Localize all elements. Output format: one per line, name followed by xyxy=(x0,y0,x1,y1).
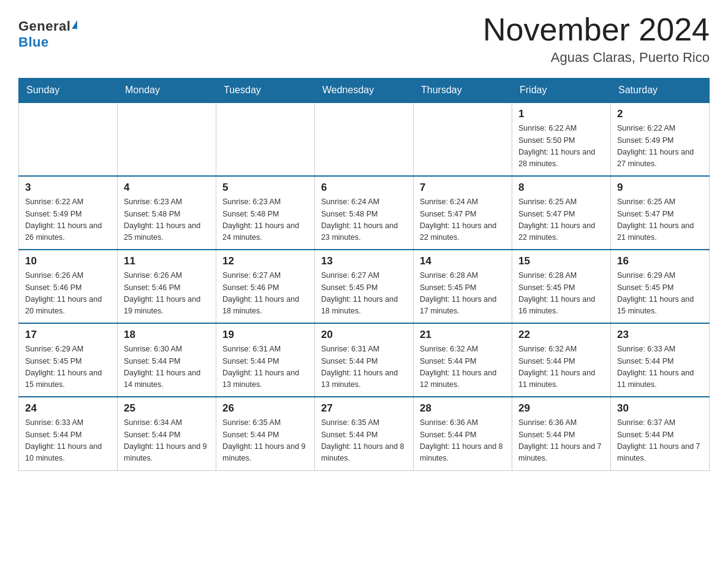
day-number: 11 xyxy=(124,255,210,267)
calendar-cell: 3Sunrise: 6:22 AMSunset: 5:49 PMDaylight… xyxy=(19,176,118,250)
day-info: Sunrise: 6:27 AMSunset: 5:46 PMDaylight:… xyxy=(222,270,308,318)
day-info: Sunrise: 6:26 AMSunset: 5:46 PMDaylight:… xyxy=(124,270,210,318)
day-number: 10 xyxy=(25,255,111,267)
calendar-table: SundayMondayTuesdayWednesdayThursdayFrid… xyxy=(18,78,710,471)
calendar-cell: 5Sunrise: 6:23 AMSunset: 5:48 PMDaylight… xyxy=(216,176,315,250)
day-info: Sunrise: 6:30 AMSunset: 5:44 PMDaylight:… xyxy=(124,343,210,391)
calendar-cell: 29Sunrise: 6:36 AMSunset: 5:44 PMDayligh… xyxy=(512,397,611,470)
day-number: 27 xyxy=(321,402,407,415)
day-info: Sunrise: 6:26 AMSunset: 5:46 PMDaylight:… xyxy=(25,270,111,318)
day-info: Sunrise: 6:36 AMSunset: 5:44 PMDaylight:… xyxy=(518,417,604,465)
day-number: 1 xyxy=(518,108,604,120)
calendar-cell: 24Sunrise: 6:33 AMSunset: 5:44 PMDayligh… xyxy=(19,397,118,470)
day-info: Sunrise: 6:37 AMSunset: 5:44 PMDaylight:… xyxy=(617,417,703,465)
day-number: 22 xyxy=(518,329,604,341)
day-info: Sunrise: 6:25 AMSunset: 5:47 PMDaylight:… xyxy=(617,196,703,244)
day-number: 8 xyxy=(518,182,604,194)
calendar-cell: 15Sunrise: 6:28 AMSunset: 5:45 PMDayligh… xyxy=(512,250,611,323)
calendar-cell: 7Sunrise: 6:24 AMSunset: 5:47 PMDaylight… xyxy=(414,176,512,250)
day-number: 16 xyxy=(617,255,703,267)
calendar-cell: 8Sunrise: 6:25 AMSunset: 5:47 PMDaylight… xyxy=(512,176,611,250)
week-row-2: 3Sunrise: 6:22 AMSunset: 5:49 PMDaylight… xyxy=(19,176,710,250)
week-row-4: 17Sunrise: 6:29 AMSunset: 5:45 PMDayligh… xyxy=(19,323,710,397)
calendar-cell: 12Sunrise: 6:27 AMSunset: 5:46 PMDayligh… xyxy=(216,250,315,323)
day-info: Sunrise: 6:33 AMSunset: 5:44 PMDaylight:… xyxy=(617,343,703,391)
day-info: Sunrise: 6:23 AMSunset: 5:48 PMDaylight:… xyxy=(124,196,210,244)
day-info: Sunrise: 6:22 AMSunset: 5:50 PMDaylight:… xyxy=(518,123,604,170)
day-number: 28 xyxy=(420,402,506,415)
day-info: Sunrise: 6:35 AMSunset: 5:44 PMDaylight:… xyxy=(222,417,308,465)
day-info: Sunrise: 6:28 AMSunset: 5:45 PMDaylight:… xyxy=(420,270,506,318)
day-info: Sunrise: 6:27 AMSunset: 5:45 PMDaylight:… xyxy=(321,270,407,318)
logo-general-text: General xyxy=(18,18,70,34)
calendar-cell: 16Sunrise: 6:29 AMSunset: 5:45 PMDayligh… xyxy=(611,250,710,323)
day-info: Sunrise: 6:22 AMSunset: 5:49 PMDaylight:… xyxy=(617,123,703,170)
weekday-header-saturday: Saturday xyxy=(611,79,710,103)
day-number: 2 xyxy=(617,108,703,120)
calendar-cell: 9Sunrise: 6:25 AMSunset: 5:47 PMDaylight… xyxy=(611,176,710,250)
day-number: 5 xyxy=(222,182,308,194)
weekday-header-thursday: Thursday xyxy=(414,79,512,103)
calendar-cell: 19Sunrise: 6:31 AMSunset: 5:44 PMDayligh… xyxy=(216,323,315,397)
day-number: 3 xyxy=(25,182,111,194)
day-number: 4 xyxy=(124,182,210,194)
day-info: Sunrise: 6:36 AMSunset: 5:44 PMDaylight:… xyxy=(420,417,506,465)
calendar-cell: 11Sunrise: 6:26 AMSunset: 5:46 PMDayligh… xyxy=(118,250,216,323)
calendar-cell: 4Sunrise: 6:23 AMSunset: 5:48 PMDaylight… xyxy=(118,176,216,250)
calendar-cell: 18Sunrise: 6:30 AMSunset: 5:44 PMDayligh… xyxy=(118,323,216,397)
calendar-cell: 10Sunrise: 6:26 AMSunset: 5:46 PMDayligh… xyxy=(19,250,118,323)
day-info: Sunrise: 6:25 AMSunset: 5:47 PMDaylight:… xyxy=(518,196,604,244)
day-number: 17 xyxy=(25,329,111,341)
calendar-cell: 1Sunrise: 6:22 AMSunset: 5:50 PMDaylight… xyxy=(512,102,611,176)
location-title: Aguas Claras, Puerto Rico xyxy=(483,50,710,66)
day-info: Sunrise: 6:32 AMSunset: 5:44 PMDaylight:… xyxy=(420,343,506,391)
day-number: 6 xyxy=(321,182,407,194)
day-info: Sunrise: 6:29 AMSunset: 5:45 PMDaylight:… xyxy=(617,270,703,318)
calendar-cell: 28Sunrise: 6:36 AMSunset: 5:44 PMDayligh… xyxy=(414,397,512,470)
day-number: 20 xyxy=(321,329,407,341)
logo: General Blue xyxy=(18,12,77,50)
weekday-header-row: SundayMondayTuesdayWednesdayThursdayFrid… xyxy=(19,79,710,103)
calendar-cell: 21Sunrise: 6:32 AMSunset: 5:44 PMDayligh… xyxy=(414,323,512,397)
day-number: 25 xyxy=(124,402,210,415)
day-number: 7 xyxy=(420,182,506,194)
day-info: Sunrise: 6:23 AMSunset: 5:48 PMDaylight:… xyxy=(222,196,308,244)
day-info: Sunrise: 6:22 AMSunset: 5:49 PMDaylight:… xyxy=(25,196,111,244)
day-number: 19 xyxy=(222,329,308,341)
calendar-cell xyxy=(315,102,414,176)
calendar-cell: 6Sunrise: 6:24 AMSunset: 5:48 PMDaylight… xyxy=(315,176,414,250)
week-row-1: 1Sunrise: 6:22 AMSunset: 5:50 PMDaylight… xyxy=(19,102,710,176)
day-number: 29 xyxy=(518,402,604,415)
day-number: 18 xyxy=(124,329,210,341)
day-number: 13 xyxy=(321,255,407,267)
calendar-cell: 20Sunrise: 6:31 AMSunset: 5:44 PMDayligh… xyxy=(315,323,414,397)
day-number: 26 xyxy=(222,402,308,415)
month-title: November 2024 xyxy=(483,12,710,47)
weekday-header-sunday: Sunday xyxy=(19,79,118,103)
calendar-cell: 22Sunrise: 6:32 AMSunset: 5:44 PMDayligh… xyxy=(512,323,611,397)
calendar-cell: 23Sunrise: 6:33 AMSunset: 5:44 PMDayligh… xyxy=(611,323,710,397)
calendar-cell: 27Sunrise: 6:35 AMSunset: 5:44 PMDayligh… xyxy=(315,397,414,470)
day-info: Sunrise: 6:34 AMSunset: 5:44 PMDaylight:… xyxy=(124,417,210,465)
calendar-cell xyxy=(19,102,118,176)
week-row-3: 10Sunrise: 6:26 AMSunset: 5:46 PMDayligh… xyxy=(19,250,710,323)
day-number: 21 xyxy=(420,329,506,341)
day-info: Sunrise: 6:35 AMSunset: 5:44 PMDaylight:… xyxy=(321,417,407,465)
week-row-5: 24Sunrise: 6:33 AMSunset: 5:44 PMDayligh… xyxy=(19,397,710,470)
page-header: General Blue November 2024 Aguas Claras,… xyxy=(18,12,710,66)
day-info: Sunrise: 6:24 AMSunset: 5:48 PMDaylight:… xyxy=(321,196,407,244)
calendar-cell xyxy=(414,102,512,176)
day-number: 24 xyxy=(25,402,111,415)
calendar-cell: 26Sunrise: 6:35 AMSunset: 5:44 PMDayligh… xyxy=(216,397,315,470)
logo-blue-text: Blue xyxy=(18,34,49,50)
logo-triangle-icon xyxy=(72,20,77,29)
day-info: Sunrise: 6:24 AMSunset: 5:47 PMDaylight:… xyxy=(420,196,506,244)
day-number: 15 xyxy=(518,255,604,267)
day-info: Sunrise: 6:33 AMSunset: 5:44 PMDaylight:… xyxy=(25,417,111,465)
day-number: 12 xyxy=(222,255,308,267)
day-number: 23 xyxy=(617,329,703,341)
weekday-header-monday: Monday xyxy=(118,79,216,103)
day-info: Sunrise: 6:31 AMSunset: 5:44 PMDaylight:… xyxy=(321,343,407,391)
day-number: 14 xyxy=(420,255,506,267)
title-section: November 2024 Aguas Claras, Puerto Rico xyxy=(483,12,710,66)
